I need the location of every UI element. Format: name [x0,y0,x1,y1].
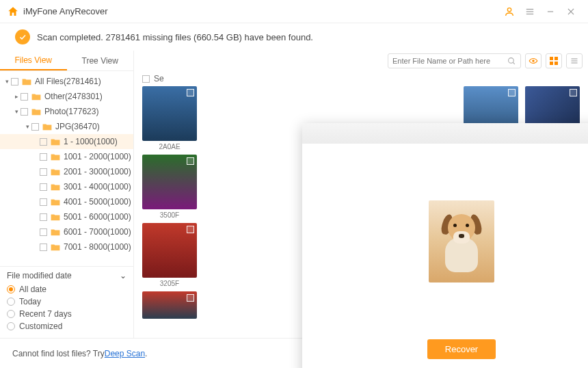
folder-icon [51,138,60,146]
content-toolbar [134,51,588,71]
radio-icon [7,285,15,293]
tree-all-files[interactable]: All Files(2781461) [35,77,101,86]
filter-panel: File modified date⌄ All date Today Recen… [0,266,133,338]
list-view-icon[interactable] [566,53,583,68]
checkbox[interactable] [40,183,47,191]
status-check-icon [15,29,30,44]
tab-files-view[interactable]: Files View [0,51,67,70]
modal-footer: Recover [302,339,588,368]
checkbox[interactable] [40,213,47,221]
folder-icon [51,168,60,176]
twisty-icon[interactable]: ▾ [4,78,10,85]
svg-point-0 [507,8,511,11]
checkbox[interactable] [40,244,47,251]
sidebar-tabs: Files View Tree View [0,51,133,71]
radio-icon [7,310,15,318]
twisty-icon[interactable]: ▸ [14,93,19,100]
status-row: Scan completed. 2781461 missing files (6… [0,23,588,51]
thumb-checkbox[interactable] [187,89,194,96]
folder-icon [42,123,52,131]
filter-option-recent[interactable]: Recent 7 days [7,309,126,319]
thumb-label: 2A0AE [142,143,197,150]
search-icon[interactable] [507,57,516,66]
filter-title: File modified date [7,271,72,280]
tree-range[interactable]: 3001 - 4000(1000) [64,182,131,192]
thumbnail-item[interactable]: 2A0AE [142,86,197,150]
modal-recover-button[interactable]: Recover [427,339,496,359]
search-box[interactable] [388,53,521,68]
checkbox[interactable] [40,228,47,236]
checkbox[interactable] [31,123,39,131]
status-text: Scan completed. 2781461 missing files (6… [37,32,313,42]
tree-other[interactable]: Other(2478301) [44,92,103,101]
folder-icon [51,213,60,221]
modal-body [302,144,588,339]
user-icon[interactable] [499,1,520,22]
radio-label: Today [19,297,41,306]
tree-range[interactable]: 2001 - 3000(1000) [64,167,131,176]
titlebar: iMyFone AnyRecover [0,0,588,23]
tree-range[interactable]: 6001 - 7000(1000) [64,227,131,237]
svg-point-9 [533,60,534,62]
filter-header[interactable]: File modified date⌄ [7,271,126,280]
tree-range[interactable]: 4001 - 5000(1000) [64,197,131,207]
checkbox[interactable] [40,198,47,206]
footer-prompt: Cannot find lost files? Try [12,349,105,358]
select-all-checkbox[interactable] [142,75,150,83]
filter-option-all[interactable]: All date [7,285,126,294]
folder-icon [31,108,41,116]
folder-icon [31,93,41,101]
minimize-button[interactable] [540,1,561,22]
thumbnail-item[interactable] [142,291,197,319]
tree-range[interactable]: 7001 - 8000(1000) [64,242,131,252]
folder-icon [51,198,60,206]
twisty-icon[interactable]: ▾ [25,123,30,130]
file-tree: ▾All Files(2781461) ▸Other(2478301) ▾Pho… [0,71,133,266]
checkbox[interactable] [21,108,28,116]
radio-label: All date [19,285,46,294]
folder-icon [22,78,31,86]
tree-jpg[interactable]: JPG(36470) [55,122,100,131]
thumbnail-item[interactable]: 3500F [142,155,197,219]
preview-modal: ✕ Recover [302,123,588,368]
home-icon[interactable] [7,5,19,18]
svg-point-7 [509,57,514,63]
deep-scan-link[interactable]: Deep Scan [105,349,145,358]
menu-icon[interactable] [520,1,540,22]
folder-icon [51,244,60,251]
search-input[interactable] [392,57,507,65]
radio-icon [7,298,15,306]
filter-option-today[interactable]: Today [7,297,126,306]
thumb-checkbox[interactable] [570,89,577,96]
thumb-label: 3500F [142,211,197,219]
radio-label: Recent 7 days [19,309,72,319]
folder-icon [51,228,60,236]
thumbnail-item[interactable]: 3205F [142,223,197,287]
sidebar: Files View Tree View ▾All Files(2781461)… [0,51,134,338]
filter-option-custom[interactable]: Customized [7,321,126,331]
checkbox[interactable] [40,168,47,176]
svg-line-8 [513,62,515,64]
tree-range[interactable]: 5001 - 6000(1000) [64,212,131,222]
thumb-checkbox[interactable] [187,226,194,233]
svg-rect-10 [550,57,553,60]
thumb-checkbox[interactable] [508,89,516,96]
twisty-icon[interactable]: ▾ [14,108,19,115]
tree-range[interactable]: 1 - 1000(1000) [64,137,118,146]
tree-photo[interactable]: Photo(177623) [44,107,98,116]
checkbox[interactable] [11,78,18,86]
thumb-label: 3205F [142,280,197,287]
checkbox[interactable] [40,138,47,146]
modal-header: ✕ [302,123,588,144]
thumb-checkbox[interactable] [187,294,194,302]
folder-icon [51,153,60,161]
select-all-label: Se [154,74,164,83]
tab-tree-view[interactable]: Tree View [67,51,134,70]
thumb-checkbox[interactable] [187,157,194,165]
close-button[interactable] [561,1,581,22]
preview-toggle-icon[interactable] [525,53,542,68]
grid-view-icon[interactable] [546,53,562,68]
checkbox[interactable] [21,93,28,101]
checkbox[interactable] [40,153,47,161]
tree-range[interactable]: 1001 - 2000(1000) [64,152,131,161]
